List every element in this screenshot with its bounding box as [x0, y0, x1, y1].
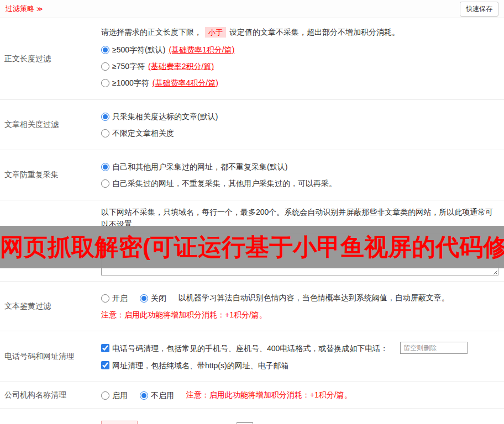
dedup-radio-all-users[interactable] — [101, 163, 109, 171]
intro-pre-text: 请选择需求的正文长度下限， — [101, 28, 202, 36]
company-radio-off[interactable] — [140, 391, 148, 400]
relevance-option-strict[interactable]: 只采集相关度达标的文章(默认) — [101, 111, 498, 122]
company-option-on[interactable]: 启用 — [101, 389, 128, 401]
relevance-filter-content: 只采集相关度达标的文章(默认) 不限定文章相关度 — [97, 100, 504, 150]
row-porn-filter: 文本鉴黄过滤 开启 关闭 以机器学习算法自动识别色情内容，当色情概率达到系统阈值… — [0, 282, 504, 331]
porn-filter-label: 文本鉴黄过滤 — [0, 282, 97, 331]
quick-save-button[interactable]: 快速保存 — [460, 2, 498, 17]
relevance-radio-strict[interactable] — [101, 113, 109, 121]
length-option-750-note: (基础费率2积分/篇) — [148, 61, 214, 72]
url-clean-line: 网址清理，包括纯域名、带http(s)的网址、电子邮箱 — [101, 359, 498, 372]
intro-post-text: 设定值的文章不采集，超出部分不增加积分消耗。 — [229, 28, 400, 36]
porn-filter-note: 注意：启用此功能将增加积分消耗：+1积分/篇。 — [101, 309, 498, 321]
row-relevance-filter: 文章相关度过滤 只采集相关度达标的文章(默认) 不限定文章相关度 — [0, 100, 504, 150]
row-length-filter: 正文长度过滤 请选择需求的正文长度下限，小于设定值的文章不采集，超出部分不增加积… — [0, 18, 504, 100]
relevance-radio-any[interactable] — [101, 129, 109, 137]
dedup-filter-content: 自己和其他用户采集过的网址，都不重复采集(默认) 自己采集过的网址，不重复采集，… — [97, 150, 504, 200]
keyword-dedup-content: 私有词库 中每个关键词最多允许采集 篇文章。 如果留空或设为0，则不限篇数。 如… — [97, 409, 504, 424]
phone-url-clean-content: 电话号码清理，包括常见的手机号、座机号、400电话格式，或替换成如下电话： 网址… — [97, 331, 504, 381]
porn-option-off[interactable]: 关闭 — [140, 292, 166, 304]
company-clean-note: 注意：启用此功能将增加积分消耗：+1积分/篇。 — [186, 390, 352, 399]
dedup-option-self-only-text: 自己采集过的网址，不重复采集，其他用户采集过的，可以再采。 — [112, 178, 337, 189]
porn-option-on-text: 开启 — [112, 292, 128, 304]
length-filter-content: 请选择需求的正文长度下限，小于设定值的文章不采集，超出部分不增加积分消耗。 ≥5… — [97, 18, 504, 99]
porn-filter-content: 开启 关闭 以机器学习算法自动识别色情内容，当色情概率达到系统阈值，自动屏蔽文章… — [97, 282, 504, 331]
page-title[interactable]: 过滤策略 ≫ — [6, 4, 43, 14]
dedup-option-self-only[interactable]: 自己采集过的网址，不重复采集，其他用户采集过的，可以再采。 — [101, 178, 498, 189]
url-clean-text: 网址清理，包括纯域名、带http(s)的网址、电子邮箱 — [112, 359, 289, 372]
porn-option-on[interactable]: 开启 — [101, 292, 128, 304]
row-phone-url-clean: 电话号码和网址清理 电话号码清理，包括常见的手机号、座机号、400电话格式，或替… — [0, 331, 504, 382]
watermark-overlay: 网页抓取解密(可证运行基于小甲鱼视屏的代码修 — [0, 226, 504, 268]
company-option-off[interactable]: 不启用 — [140, 389, 174, 401]
phone-clean-line: 电话号码清理，包括常见的手机号、座机号、400电话格式，或替换成如下电话： — [101, 341, 498, 354]
length-option-1000-text: ≥1000字符 — [112, 77, 149, 88]
keyword-limit-line: 私有词库 中每个关键词最多允许采集 篇文章。 — [101, 421, 498, 424]
length-option-500[interactable]: ≥500字符(默认) (基础费率1积分/篇) — [101, 44, 498, 55]
length-option-500-text: ≥500字符(默认) — [112, 44, 165, 55]
length-option-1000-note: (基础费率4积分/篇) — [153, 77, 218, 88]
length-filter-label: 正文长度过滤 — [0, 18, 97, 99]
dedup-filter-label: 文章防重复采集 — [0, 150, 97, 200]
company-clean-content: 启用 不启用 注意：启用此功能将增加积分消耗：+1积分/篇。 — [97, 382, 504, 408]
porn-radio-off[interactable] — [140, 294, 148, 303]
relevance-option-any[interactable]: 不限定文章相关度 — [101, 128, 498, 139]
length-option-750-text: ≥750字符 — [112, 61, 145, 72]
row-site-blacklist: 以下网站不采集，只填域名，每行一个，最多200个。系统会自动识别并屏蔽那些非文章… — [0, 200, 504, 282]
row-company-clean: 公司机构名称清理 启用 不启用 注意：启用此功能将增加积分消耗：+1积分/篇。 — [0, 382, 504, 409]
phone-url-clean-label: 电话号码和网址清理 — [0, 331, 97, 381]
company-option-off-text: 不启用 — [151, 389, 174, 401]
page-title-text: 过滤策略 — [6, 4, 34, 14]
less-than-badge: 小于 — [205, 27, 226, 38]
row-dedup-filter: 文章防重复采集 自己和其他用户采集过的网址，都不重复采集(默认) 自己采集过的网… — [0, 150, 504, 200]
keyword-dedup-label: 关键词防重复采集 — [0, 409, 97, 424]
phone-clean-text: 电话号码清理，包括常见的手机号、座机号、400电话格式，或替换成如下电话： — [112, 342, 388, 354]
length-radio-500[interactable] — [101, 46, 109, 54]
relevance-option-any-text: 不限定文章相关度 — [112, 128, 174, 139]
chevron-icon: ≫ — [36, 6, 43, 12]
relevance-option-strict-text: 只采集相关度达标的文章(默认) — [112, 111, 218, 122]
porn-filter-description: 以机器学习算法自动识别色情内容，当色情概率达到系统阈值，自动屏蔽文章。 — [179, 293, 449, 302]
porn-option-off-text: 关闭 — [151, 292, 166, 304]
length-option-500-note: (基础费率1积分/篇) — [169, 44, 234, 55]
company-radio-on[interactable] — [101, 391, 109, 400]
row-keyword-dedup: 关键词防重复采集 私有词库 中每个关键词最多允许采集 篇文章。 如果留空或设为0… — [0, 409, 504, 424]
porn-radio-on[interactable] — [101, 294, 109, 303]
length-option-1000[interactable]: ≥1000字符 (基础费率4积分/篇) — [101, 77, 498, 88]
porn-filter-options-line: 开启 关闭 以机器学习算法自动识别色情内容，当色情概率达到系统阈值，自动屏蔽文章… — [101, 292, 498, 304]
company-option-on-text: 启用 — [112, 389, 128, 401]
url-clean-option[interactable]: 网址清理，包括纯域名、带http(s)的网址、电子邮箱 — [101, 359, 289, 372]
length-filter-intro: 请选择需求的正文长度下限，小于设定值的文章不采集，超出部分不增加积分消耗。 — [101, 26, 498, 39]
dedup-option-all-users-text: 自己和其他用户采集过的网址，都不重复采集(默认) — [112, 161, 287, 172]
topbar: 过滤策略 ≫ 快速保存 — [0, 0, 504, 18]
dedup-radio-self-only[interactable] — [101, 179, 109, 188]
replacement-phone-input[interactable] — [400, 342, 468, 354]
length-option-750[interactable]: ≥750字符 (基础费率2积分/篇) — [101, 61, 498, 72]
relevance-filter-label: 文章相关度过滤 — [0, 100, 97, 150]
company-clean-options-line: 启用 不启用 注意：启用此功能将增加积分消耗：+1积分/篇。 — [101, 389, 498, 401]
private-dict-badge: 私有词库 — [101, 421, 138, 424]
filter-settings-page: 过滤策略 ≫ 快速保存 正文长度过滤 请选择需求的正文长度下限，小于设定值的文章… — [0, 0, 504, 424]
phone-clean-checkbox[interactable] — [101, 344, 109, 352]
url-clean-checkbox[interactable] — [101, 361, 109, 369]
dedup-option-all-users[interactable]: 自己和其他用户采集过的网址，都不重复采集(默认) — [101, 161, 498, 172]
length-radio-750[interactable] — [101, 62, 109, 71]
phone-clean-option[interactable]: 电话号码清理，包括常见的手机号、座机号、400电话格式，或替换成如下电话： — [101, 342, 388, 354]
watermark-text: 网页抓取解密(可证运行基于小甲鱼视屏的代码修 — [0, 235, 504, 259]
length-radio-1000[interactable] — [101, 79, 109, 87]
company-clean-label: 公司机构名称清理 — [0, 382, 97, 408]
